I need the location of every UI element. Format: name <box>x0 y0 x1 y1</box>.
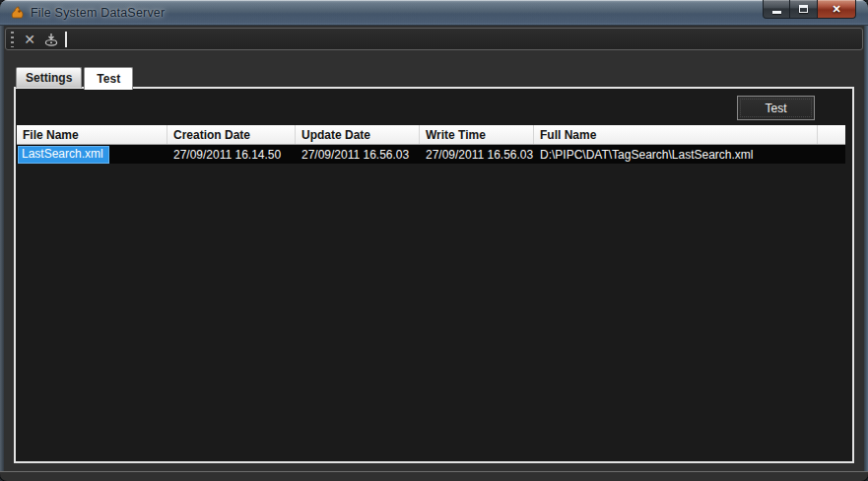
minimize-button[interactable] <box>763 0 790 19</box>
close-button[interactable]: ✕ <box>817 0 856 19</box>
column-header-write-time[interactable]: Write Time <box>420 125 534 144</box>
close-icon: ✕ <box>832 4 840 15</box>
column-header-update-date[interactable]: Update Date <box>296 125 420 144</box>
maximize-button[interactable] <box>790 0 817 19</box>
cancel-tool-button[interactable]: ✕ <box>19 30 40 49</box>
window-frame-bottom <box>0 471 868 481</box>
window-frame-left <box>0 26 4 471</box>
title-bar[interactable]: File System DataServer ✕ <box>0 0 868 26</box>
cell-write-time[interactable]: 27/09/2011 16.56.03 <box>420 148 534 162</box>
selected-file-name-cell[interactable]: LastSearch.xml <box>18 146 109 164</box>
cell-update-date[interactable]: 27/09/2011 16.56.03 <box>296 148 420 162</box>
column-header-filler <box>818 125 845 144</box>
toolbar-separator <box>65 32 67 47</box>
toolbar-grip-handle[interactable] <box>11 32 14 47</box>
cell-creation-date[interactable]: 27/09/2011 16.14.50 <box>167 148 296 162</box>
test-button[interactable]: Test <box>737 96 815 120</box>
minimize-icon <box>772 11 781 14</box>
column-header-full-name[interactable]: Full Name <box>534 125 818 144</box>
tab-strip: Settings Test <box>16 65 133 88</box>
grid-header-row: File Name Creation Date Update Date Writ… <box>17 125 845 145</box>
maximize-icon <box>799 5 808 13</box>
cancel-icon: ✕ <box>24 33 35 46</box>
window-controls: ✕ <box>763 0 856 19</box>
burn-disc-icon <box>43 32 59 47</box>
test-tab-panel: Test File Name Creation Date Update Date… <box>14 87 854 463</box>
app-icon <box>9 5 26 22</box>
column-header-creation-date[interactable]: Creation Date <box>167 125 296 144</box>
save-to-disc-tool-button[interactable] <box>40 30 62 49</box>
tab-settings[interactable]: Settings <box>16 67 82 88</box>
column-header-file-name[interactable]: File Name <box>17 125 167 144</box>
file-grid: File Name Creation Date Update Date Writ… <box>17 125 845 164</box>
table-row[interactable]: LastSearch.xml 27/09/2011 16.14.50 27/09… <box>17 145 845 164</box>
cell-file-name[interactable]: LastSearch.xml <box>17 146 167 164</box>
client-area: ✕ Settings Test Test File Name Cre <box>4 26 864 471</box>
tab-test[interactable]: Test <box>84 67 133 90</box>
app-window: File System DataServer ✕ ✕ <box>0 0 868 481</box>
toolbar: ✕ <box>5 28 863 50</box>
cell-full-name[interactable]: D:\PIPC\DAT\TagSearch\LastSearch.xml <box>534 148 818 162</box>
window-title: File System DataServer <box>31 6 165 20</box>
window-frame-right <box>864 26 868 471</box>
